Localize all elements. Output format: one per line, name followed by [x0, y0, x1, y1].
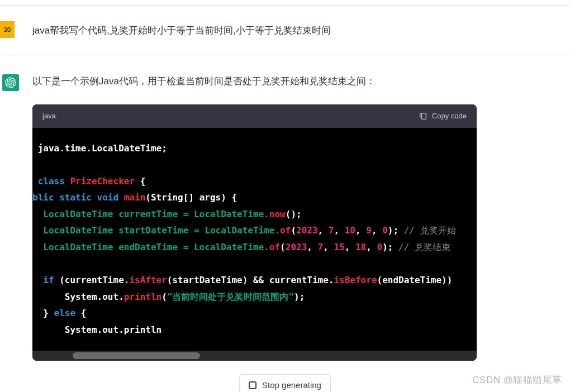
code-content[interactable]: java.time.LocalDateTime; class PrizeChec… [32, 128, 477, 351]
stop-generating-label: Stop generating [262, 380, 321, 390]
horizontal-scrollbar[interactable] [32, 351, 477, 361]
scroll-thumb[interactable] [73, 352, 200, 359]
user-badge: 20 [0, 21, 15, 38]
copy-code-label: Copy code [432, 112, 467, 120]
openai-logo-icon [5, 77, 16, 88]
code-language-label: java [42, 112, 56, 120]
watermark: CSDN @猫猫猫尾草 [472, 374, 562, 386]
assistant-avatar [2, 74, 19, 91]
user-message-row: 20 java帮我写个代码,兑奖开始时小于等于当前时间,小于等于兑奖结束时间 [0, 6, 570, 55]
svg-rect-0 [421, 113, 426, 119]
user-message-text: java帮我写个代码,兑奖开始时小于等于当前时间,小于等于兑奖结束时间 [32, 23, 331, 38]
code-header: java Copy code [32, 104, 477, 128]
assistant-content: 以下是一个示例Java代码，用于检查当前时间是否处于兑奖开始和兑奖结束之间： j… [32, 74, 570, 361]
clipboard-icon [419, 112, 428, 121]
copy-code-button[interactable]: Copy code [419, 112, 467, 121]
stop-generating-button[interactable]: Stop generating [239, 374, 331, 392]
assistant-message-row: 以下是一个示例Java代码，用于检查当前时间是否处于兑奖开始和兑奖结束之间： j… [0, 55, 570, 361]
assistant-intro-text: 以下是一个示例Java代码，用于检查当前时间是否处于兑奖开始和兑奖结束之间： [32, 74, 570, 89]
code-block: java Copy code java.time.LocalDateTime; … [32, 104, 477, 361]
stop-icon [249, 381, 256, 389]
